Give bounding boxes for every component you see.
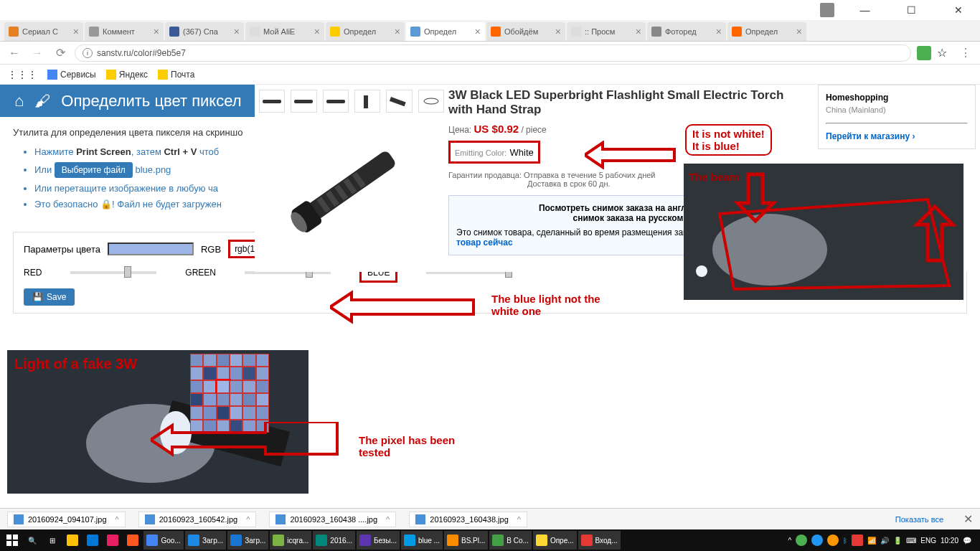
pinned-app[interactable] [123,531,142,550]
app-label: BS.Pl... [461,537,485,545]
tray-icon[interactable]: ^ [788,537,792,545]
menu-button[interactable]: ⋮ [957,44,974,62]
chevron-up-icon[interactable]: ^ [517,515,521,524]
bookmark-item[interactable]: Сервисы [47,70,96,80]
thumbnail[interactable] [386,90,412,113]
close-tab-icon[interactable]: × [234,26,240,37]
pinned-app[interactable] [83,531,102,550]
minimize-button[interactable]: — [849,0,881,20]
thumbnail[interactable] [354,90,380,113]
taskbar-app[interactable]: BS.Pl... [444,531,488,550]
close-tab-icon[interactable]: × [636,26,641,37]
app-icon [188,534,199,546]
close-tab-icon[interactable]: × [716,26,722,37]
bookmark-item[interactable]: Почта [158,70,194,80]
lock-icon: 🔒 [100,199,112,209]
taskbar-app[interactable]: Загр... [227,531,268,550]
taskbar-app[interactable]: blue ... [401,531,443,550]
user-avatar[interactable] [820,3,834,17]
browser-tab[interactable]: Мой AliE× [245,22,324,41]
close-button[interactable]: ✕ [942,0,974,20]
taskbar-app[interactable]: Опре... [533,531,577,550]
product-now-link[interactable]: товар сейчас [456,237,513,248]
download-item[interactable]: 20160923_160438.jpg^ [409,512,527,527]
download-item[interactable]: 20160923_160542.jpg^ [138,512,257,527]
task-view-button[interactable]: ⊞ [43,531,62,550]
battery-icon[interactable]: 🔋 [893,537,902,545]
show-all-downloads[interactable]: Показать все [895,515,943,524]
close-tab-icon[interactable]: × [555,26,561,37]
close-tab-icon[interactable]: × [475,26,481,37]
choose-file-button[interactable]: Выберите файл [55,162,133,178]
browser-tab[interactable]: Сериал С× [4,22,83,41]
download-item[interactable]: 20160924_094107.jpg^ [7,512,126,527]
pinned-app[interactable] [63,531,82,550]
action-center-icon[interactable]: 💬 [963,537,971,545]
bookmark-item[interactable]: Яндекс [106,70,148,80]
tab-label: Сериал С [22,27,58,36]
page-content: ⌂ 🖌 Определить цвет пиксел Утилита для о… [0,85,980,508]
search-button[interactable]: 🔍 [23,531,42,550]
close-tab-icon[interactable]: × [73,26,79,37]
thumbnail[interactable] [323,90,349,113]
close-tab-icon[interactable]: × [395,26,400,37]
download-item[interactable]: 20160923_160438 ....jpg^ [269,512,396,527]
keyboard-icon[interactable]: ⌨ [906,537,916,545]
taskbar-app[interactable]: Безы... [357,531,400,550]
taskbar-app[interactable]: icqra... [270,531,311,550]
bluetooth-icon[interactable]: ᛒ [843,537,847,545]
extension-icon[interactable] [917,46,931,60]
clock[interactable]: 10:20 [941,537,958,545]
browser-tab[interactable]: Определ× [326,22,405,41]
tray-icon[interactable] [796,534,807,546]
language-indicator[interactable]: ENG [920,537,936,545]
url-input[interactable]: i sanstv.ru/color#9eb5e7 [75,44,911,62]
browser-tab[interactable]: Определ× [406,22,485,41]
taskbar-app[interactable]: Загр... [185,531,226,550]
pinned-app[interactable] [103,531,122,550]
thumbnail[interactable] [259,90,285,113]
close-tab-icon[interactable]: × [796,26,802,37]
thumbnail[interactable] [291,90,316,113]
network-icon[interactable]: 📶 [867,537,876,545]
tray-icon[interactable] [827,534,839,546]
tray-icon[interactable] [852,534,863,546]
taskbar-app[interactable]: В Со... [489,531,532,550]
red-slider[interactable] [70,271,156,274]
favicon [651,27,661,37]
close-tab-icon[interactable]: × [314,26,320,37]
browser-tab[interactable]: (367) Спа× [165,22,244,41]
browser-tab[interactable]: Фоторед× [647,22,726,41]
tray-icon[interactable] [811,534,823,546]
app-icon [230,534,242,546]
info-icon[interactable]: i [83,48,93,58]
taskbar-app[interactable]: 2016... [313,531,355,550]
reload-button[interactable]: ⟳ [52,44,69,62]
browser-tab[interactable]: :: Просм× [567,22,646,41]
app-label: icqra... [287,537,308,545]
goto-store-link[interactable]: Перейти к магазину › [826,131,968,141]
bookmark-star-icon[interactable]: ☆ [937,46,951,60]
forward-button[interactable]: → [29,44,46,62]
thumbnail[interactable] [418,90,444,113]
taskbar-app[interactable]: Вход... [578,531,621,550]
maximize-button[interactable]: ☐ [895,0,928,20]
tab-label: Определ [424,27,456,36]
download-filename: 20160923_160438 ....jpg [290,515,377,524]
volume-icon[interactable]: 🔊 [880,537,889,545]
close-downloads-bar[interactable]: ✕ [963,512,973,526]
chevron-up-icon[interactable]: ^ [116,515,119,524]
close-tab-icon[interactable]: × [154,26,159,37]
favicon [250,27,260,37]
back-button[interactable]: ← [6,44,23,62]
chevron-up-icon[interactable]: ^ [246,515,250,524]
taskbar-app[interactable]: Goo... [143,531,184,550]
start-button[interactable] [3,531,22,550]
browser-tab[interactable]: Определ× [727,22,806,41]
save-button[interactable]: 💾Save [24,288,75,306]
chevron-up-icon[interactable]: ^ [386,515,390,524]
browser-tab[interactable]: Обойдём× [486,22,565,41]
home-icon[interactable]: ⌂ [14,92,24,110]
browser-tab[interactable]: Коммент× [85,22,164,41]
apps-button[interactable]: ⋮⋮⋮ [7,69,37,80]
